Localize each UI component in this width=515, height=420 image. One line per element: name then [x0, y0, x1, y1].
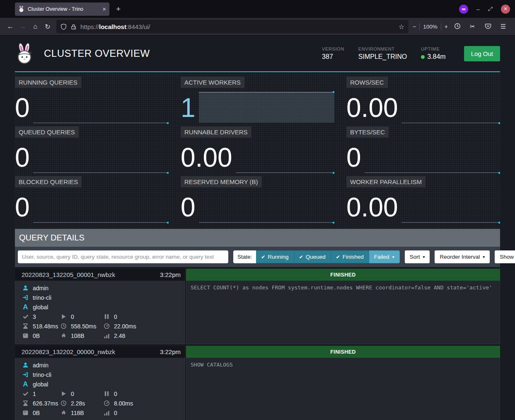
shield-icon[interactable] [60, 24, 67, 30]
uptime-label: UPTIME [421, 46, 445, 51]
pause-icon [103, 390, 110, 397]
query-id-link[interactable]: 20220823_132205_00001_nwbzk [22, 271, 115, 278]
resource-group-icon: A [22, 380, 29, 388]
stat-label: BLOCKED QUERIES [15, 176, 82, 187]
stat-card-active-workers: ACTIVE WORKERS 1 [181, 77, 334, 123]
sparkline [236, 142, 334, 173]
sparkline [199, 192, 334, 223]
uptime-value: 3.84m [427, 53, 445, 61]
query-search-input[interactable] [18, 250, 228, 263]
environment-value: SIMPLE_TRINO [358, 53, 407, 61]
pocket-icon[interactable] [480, 23, 496, 31]
sparkline [365, 142, 500, 173]
zoom-level[interactable]: 100% [423, 24, 438, 30]
logout-button[interactable]: Log Out [464, 46, 500, 61]
query-details-title: QUERY DETAILS [15, 229, 500, 247]
parallelism: 0 [114, 410, 117, 416]
cpu-time: 558.50ms [71, 323, 96, 330]
divider [441, 23, 441, 30]
version-label: VERSION [322, 46, 344, 51]
stat-label: RUNNABLE DRIVERS [181, 126, 251, 138]
browser-tab[interactable]: Cluster Overview - Trino × [15, 2, 109, 16]
query-time: 3:22pm [160, 271, 181, 278]
sparkline [33, 92, 169, 123]
close-button[interactable]: ✕ [501, 5, 510, 14]
stat-value: 0 [346, 143, 365, 172]
trino-bunny-favicon [18, 5, 24, 12]
menu-hamburger-icon[interactable]: ☰ [496, 23, 511, 30]
minimize-button[interactable]: – [476, 6, 480, 12]
stat-value: 0 [15, 192, 33, 222]
container-extension-icon[interactable]: ∞ [459, 5, 468, 14]
stat-card-rows-sec: ROWS/SEC 0.00 [346, 77, 500, 123]
query-source: trino-cli [33, 371, 51, 378]
query-id-link[interactable]: 20220823_132202_00000_nwbzk [22, 348, 115, 355]
new-tab-button[interactable]: + [116, 5, 121, 14]
history-clock-icon[interactable] [450, 23, 465, 31]
current-memory: 0B [33, 410, 40, 416]
tab-close-icon[interactable]: × [102, 5, 106, 12]
scale-icon [22, 409, 29, 416]
sparkline [401, 92, 500, 123]
query-source: trino-cli [33, 294, 51, 301]
stat-value: 0.00 [346, 192, 401, 222]
query-sql-text: SELECT COUNT(*) as nodes FROM system.run… [186, 281, 500, 344]
url-host: localhost [99, 23, 126, 30]
show-dropdown[interactable]: Show▾ [495, 250, 515, 263]
sort-dropdown[interactable]: Sort▾ [405, 250, 430, 263]
sign-in-icon [22, 294, 29, 301]
stat-value: 0.00 [181, 143, 236, 172]
filter-finished-button[interactable]: ✔Finished [331, 250, 369, 263]
version-value: 387 [322, 53, 344, 61]
stat-label: ACTIVE WORKERS [181, 77, 244, 88]
filter-queued-button[interactable]: ✔Queued [294, 250, 331, 263]
current-memory: 0B [33, 333, 40, 339]
clock-icon [60, 323, 67, 330]
home-icon[interactable]: ⌂ [29, 23, 41, 30]
page-title: CLUSTER OVERVIEW [44, 48, 150, 59]
stat-card-blocked-queries: BLOCKED QUERIES 0 [15, 176, 169, 222]
reload-icon[interactable]: ↻ [41, 23, 54, 31]
app-header: CLUSTER OVERVIEW VERSION 387 ENVIRONMENT… [15, 36, 500, 72]
query-resource-group: global [33, 381, 48, 388]
queued-splits: 0 [114, 313, 117, 320]
filter-running-button[interactable]: ✔Running [256, 250, 294, 263]
stat-label: QUEUED QUERIES [15, 126, 79, 138]
environment-label: ENVIRONMENT [358, 46, 407, 51]
back-icon[interactable]: ← [4, 23, 17, 30]
url-path: :8443/ui/ [126, 23, 150, 30]
resource-group-icon: A [22, 303, 29, 311]
cumulative-memory: 118B [71, 410, 84, 416]
query-info-panel: admin trino-cli Aglobal 1 0 0 626.37ms 2… [15, 358, 185, 420]
stat-label: RESERVED MEMORY (B) [181, 176, 262, 187]
screenshot-scissors-icon[interactable]: ✂ [465, 23, 480, 30]
active-workers-link[interactable]: 1 [181, 93, 199, 123]
query-id-cell: 20220823_132202_00000_nwbzk 3:22pm [15, 346, 185, 358]
reorder-interval-dropdown[interactable]: Reorder Interval▾ [435, 250, 490, 263]
queued-splits: 0 [114, 391, 117, 397]
stat-card-worker-parallelism: WORKER PARALLELISM 0.00 [346, 176, 500, 222]
check-icon [22, 313, 29, 320]
zoom-in-icon[interactable]: + [445, 23, 448, 30]
stat-label: WORKER PARALLELISM [346, 176, 426, 187]
url-bar[interactable]: https://localhost:8443/ui/ ☆ [56, 20, 409, 33]
stat-value: 0 [15, 93, 33, 123]
filter-failed-dropdown[interactable]: Failed▾ [369, 250, 400, 263]
chevron-down-icon: ▾ [483, 255, 485, 259]
query-status-badge: FINISHED [186, 346, 500, 358]
stat-label: BYTES/SEC [346, 126, 389, 138]
url-text[interactable]: https://localhost:8443/ui/ [80, 23, 395, 30]
equalizer-icon [103, 332, 110, 339]
forward-icon[interactable]: → [17, 23, 29, 30]
lock-warning-icon[interactable] [70, 24, 77, 30]
query-id-cell: 20220823_132205_00001_nwbzk 3:22pm [15, 269, 185, 281]
clock-icon [60, 400, 67, 407]
query-filter-toolbar: State: ✔Running ✔Queued ✔Finished Failed… [15, 247, 500, 267]
maximize-button[interactable]: ⤢ [488, 5, 493, 12]
cpu-time: 2.28s [71, 400, 85, 407]
uptime-block: UPTIME 3.84m [421, 46, 445, 61]
bookmark-star-icon[interactable]: ☆ [399, 23, 404, 31]
zoom-out-icon[interactable]: − [413, 23, 416, 30]
url-scheme: https:// [80, 23, 99, 30]
stat-card-running-queries: RUNNING QUERIES 0 [15, 77, 169, 123]
